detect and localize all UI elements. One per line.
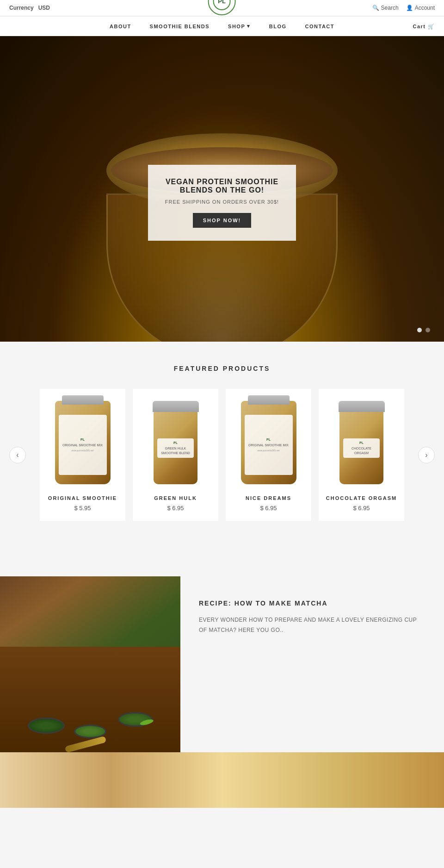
logo-circle: PL <box>208 0 236 15</box>
product-price-4: $ 6.95 <box>353 505 370 512</box>
product-bag-3: PL ORIGINAL SMOOTHIE MIX www.purovida365… <box>241 401 296 484</box>
product-price-2: $ 6.95 <box>167 505 184 512</box>
bottom-teaser <box>0 752 444 808</box>
bag-product-name-3: ORIGINAL SMOOTHIE MIX <box>248 443 289 447</box>
featured-section: FEATURED PRODUCTS ‹ PL ORIGINAL SMOOTHIE… <box>0 342 444 549</box>
products-carousel: ‹ PL ORIGINAL SMOOTHIE MIX www.purovida3… <box>9 389 435 521</box>
product-name-2: GREEN HULK <box>154 495 197 501</box>
product-image-3: PL ORIGINAL SMOOTHIE MIX www.purovida365… <box>232 396 306 489</box>
product-name-3: NICE DREAMS <box>246 495 291 501</box>
matcha-bowl-1 <box>28 718 65 734</box>
cup-lid-2 <box>153 401 199 412</box>
hero-cta-button[interactable]: SHOP NOW! <box>193 213 252 228</box>
cup-lid-4 <box>339 401 385 412</box>
cup-brand-2: PL <box>173 441 178 444</box>
product-cup-2: PL GREEN HULK SMOOTHIE BLEND <box>150 401 201 484</box>
nav-shop[interactable]: SHOP ▾ <box>228 23 251 29</box>
nav-about[interactable]: ABOUT <box>110 24 131 29</box>
cart-icon: 🛒 <box>428 23 435 29</box>
product-bag-1: PL ORIGINAL SMOOTHIE MIX www.purovida365… <box>55 401 111 484</box>
bag-label-3: PL ORIGINAL SMOOTHIE MIX www.purovida365… <box>245 415 293 475</box>
product-price-1: $ 5.95 <box>74 505 91 512</box>
product-image-2: PL GREEN HULK SMOOTHIE BLEND <box>139 396 213 489</box>
bottom-teaser-background <box>0 752 444 808</box>
blog-recipe-title: RECIPE: HOW TO MAKE MATCHA <box>199 599 426 607</box>
hero-subtitle: FREE SHIPPING ON ORDERS OVER 30$! <box>165 199 279 205</box>
product-name-4: CHOCOLATE ORGASM <box>326 495 397 501</box>
top-actions: 🔍 Search 👤 Account <box>372 5 435 11</box>
product-name-1: ORIGINAL SMOOTHIE <box>48 495 117 501</box>
currency-value: USD <box>38 5 50 11</box>
bag-website-1: www.purovida365.net <box>72 449 94 452</box>
nav-blog[interactable]: BLOG <box>269 24 287 29</box>
product-card-2[interactable]: PL GREEN HULK SMOOTHIE BLEND GREEN HULK … <box>133 389 218 521</box>
product-image-1: PL ORIGINAL SMOOTHIE MIX www.purovida365… <box>46 396 120 489</box>
blog-description: EVERY WONDER HOW TO PREPARE AND MAKE A L… <box>199 615 426 635</box>
cart-label: Cart <box>413 24 426 29</box>
bag-brand-3: PL <box>266 438 271 441</box>
search-label: Search <box>381 5 399 11</box>
product-cup-4: PL CHOCOLATE ORGASM <box>336 401 387 484</box>
hero-dots <box>417 328 430 332</box>
bag-website-3: www.purovida365.net <box>258 449 280 452</box>
product-card-1[interactable]: PL ORIGINAL SMOOTHIE MIX www.purovida365… <box>40 389 125 521</box>
cup-body-2: PL GREEN HULK SMOOTHIE BLEND <box>154 412 197 484</box>
cup-label-2: PL GREEN HULK SMOOTHIE BLEND <box>157 438 194 457</box>
search-link[interactable]: 🔍 Search <box>372 5 399 11</box>
logo-svg: PL <box>213 0 231 11</box>
blog-content: RECIPE: HOW TO MAKE MATCHA EVERY WONDER … <box>180 576 444 752</box>
nav-links: ABOUT SMOOTHIE BLENDS SHOP ▾ BLOG CONTAC… <box>110 17 334 36</box>
top-bar: Currency USD PL PURO VIDA 365 LIVE PURE.… <box>0 0 444 16</box>
product-image-4: PL CHOCOLATE ORGASM <box>325 396 399 489</box>
main-nav: ABOUT SMOOTHIE BLENDS SHOP ▾ BLOG CONTAC… <box>0 16 444 36</box>
chevron-down-icon: ▾ <box>247 23 251 29</box>
svg-text:PL: PL <box>218 0 226 5</box>
bag-product-name-1: ORIGINAL SMOOTHIE MIX <box>62 443 103 447</box>
cup-brand-4: PL <box>359 441 364 444</box>
carousel-next-button[interactable]: › <box>418 447 435 463</box>
hero-content: VEGAN PROTEIN SMOOTHIE BLENDS ON THE GO!… <box>148 165 296 241</box>
cart-link[interactable]: Cart 🛒 <box>413 23 435 29</box>
account-icon: 👤 <box>406 5 413 11</box>
products-grid: PL ORIGINAL SMOOTHIE MIX www.purovida365… <box>26 389 418 521</box>
account-label: Account <box>415 5 435 11</box>
cup-product-name-2: GREEN HULK SMOOTHIE BLEND <box>160 446 191 455</box>
account-link[interactable]: 👤 Account <box>406 5 435 11</box>
product-card-3[interactable]: PL ORIGINAL SMOOTHIE MIX www.purovida365… <box>226 389 311 521</box>
hero-dot-1[interactable] <box>417 328 422 332</box>
blog-image <box>0 576 180 752</box>
hero-title: VEGAN PROTEIN SMOOTHIE BLENDS ON THE GO! <box>165 178 279 194</box>
currency-selector[interactable]: Currency USD <box>9 5 50 11</box>
bag-brand-1: PL <box>80 438 85 441</box>
currency-label: Currency <box>9 5 34 11</box>
nav-smoothie-blends[interactable]: SMOOTHIE BLENDS <box>150 24 210 29</box>
cup-body-4: PL CHOCOLATE ORGASM <box>339 412 383 484</box>
product-card-4[interactable]: PL CHOCOLATE ORGASM CHOCOLATE ORGASM $ 6… <box>319 389 404 521</box>
product-price-3: $ 6.95 <box>260 505 277 512</box>
search-icon: 🔍 <box>372 5 379 11</box>
hero-dot-2[interactable] <box>426 328 430 332</box>
hero-section: VEGAN PROTEIN SMOOTHIE BLENDS ON THE GO!… <box>0 36 444 342</box>
bag-label-1: PL ORIGINAL SMOOTHIE MIX www.purovida365… <box>59 415 107 475</box>
featured-title: FEATURED PRODUCTS <box>9 365 435 372</box>
cup-label-4: PL CHOCOLATE ORGASM <box>343 438 380 457</box>
carousel-prev-button[interactable]: ‹ <box>9 447 26 463</box>
cup-product-name-4: CHOCOLATE ORGASM <box>346 446 377 455</box>
nav-contact[interactable]: CONTACT <box>305 24 334 29</box>
blog-section: RECIPE: HOW TO MAKE MATCHA EVERY WONDER … <box>0 549 444 752</box>
